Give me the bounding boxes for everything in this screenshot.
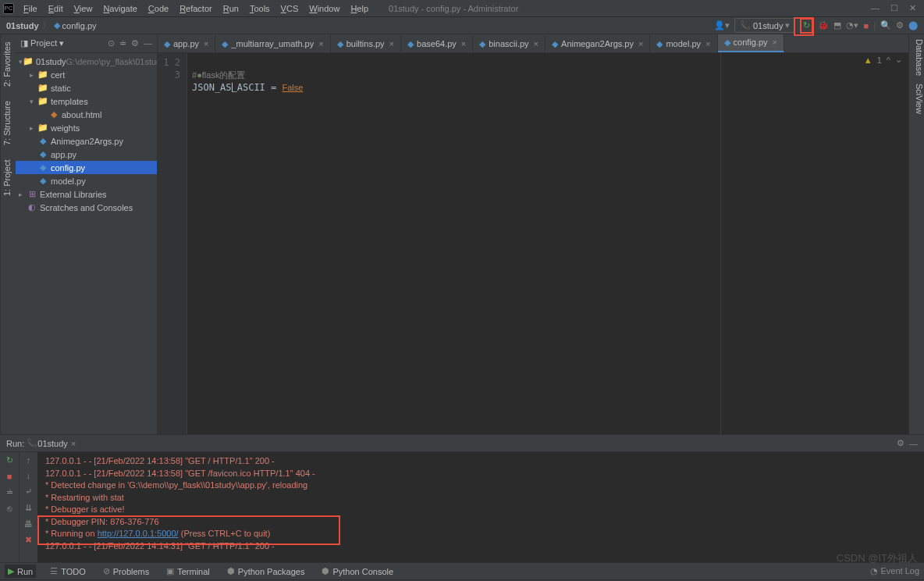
inspection-widget[interactable]: ▲ 1 ^ ⌄ [864, 55, 902, 65]
project-view-selector[interactable]: ◨ Project ▾ [20, 38, 64, 48]
run-settings-icon[interactable]: ⚙ [897, 438, 904, 448]
debug-icon[interactable]: 🐞 [818, 20, 829, 30]
menu-navigate[interactable]: Navigate [98, 2, 141, 15]
console-line: 127.0.0.1 - - [21/Feb/2022 14:14:31] "GE… [45, 540, 916, 553]
console-line: * Detected change in 'G:\\demo\\py_flask… [45, 479, 916, 492]
tree-item-01study[interactable]: ▾📁01study G:\demo\py_flask\01study [16, 55, 157, 68]
menu-refactor[interactable]: Refactor [175, 2, 217, 15]
editor: ◆app.py×◆_multiarray_umath.py×◆builtins.… [158, 34, 908, 434]
tree-item-cert[interactable]: ▸📁cert [16, 68, 157, 81]
gutter: 1 2 3 [158, 53, 187, 434]
hide-run-icon[interactable]: — [909, 439, 918, 448]
run-toolbar-2: ↑ ↓ ⤶ ⇊ 🖶 ✖ [19, 452, 37, 562]
rail-project[interactable]: 1: Project [1, 156, 16, 198]
rerun-icon[interactable]: ↻ [6, 455, 13, 465]
scroll-icon[interactable]: ⇊ [25, 503, 32, 513]
settings-icon[interactable]: ⚙ [896, 20, 904, 30]
tool-terminal[interactable]: ▣Terminal [163, 565, 213, 578]
tool-todo[interactable]: ☰TODO [47, 565, 89, 578]
tool-python-console[interactable]: ⬢Python Console [318, 565, 396, 578]
tab-builtins-py[interactable]: ◆builtins.py× [331, 35, 401, 52]
tree-item-config-py[interactable]: ◆config.py [16, 161, 157, 174]
maximize-icon[interactable]: ☐ [890, 3, 898, 13]
tree-item-static[interactable]: 📁static [16, 81, 157, 94]
chevron-down-icon[interactable]: ⌄ [895, 55, 902, 65]
tool-problems[interactable]: ⊘Problems [100, 565, 152, 578]
layout-icon[interactable]: ≐ [6, 487, 13, 497]
tree-item-weights[interactable]: ▸📁weights [16, 121, 157, 134]
rail-database[interactable]: Database [909, 39, 924, 76]
tab--multiarray-umath-py[interactable]: ◆_multiarray_umath.py× [215, 35, 330, 52]
hide-panel-icon[interactable]: — [144, 38, 152, 48]
tool-python-packages[interactable]: ⬢Python Packages [224, 565, 308, 578]
console-link[interactable]: http://127.0.0.1:5000/ [98, 529, 179, 538]
rail-structure[interactable]: 7: Structure [1, 98, 16, 148]
tree-item-model-py[interactable]: ◆model.py [16, 174, 157, 187]
tree-item-external-libraries[interactable]: ▸⊞External Libraries [16, 187, 157, 201]
tab-animegan2args-py[interactable]: ◆Animegan2Args.py× [546, 35, 650, 52]
run-config-name[interactable]: 01study [37, 439, 68, 448]
profile-icon[interactable]: ◔▾ [846, 20, 858, 30]
console-line: * Restarting with stat [45, 492, 916, 504]
console-output[interactable]: 127.0.0.1 - - [21/Feb/2022 14:13:58] "GE… [37, 452, 924, 562]
chevron-up-icon[interactable]: ^ [887, 55, 890, 65]
rerun-icon[interactable]: ↻ [803, 20, 810, 30]
menu-tools[interactable]: Tools [245, 2, 275, 15]
tree-item-animegan2args-py[interactable]: ◆Animegan2Args.py [16, 134, 157, 148]
project-tree[interactable]: ▾📁01study G:\demo\py_flask\01study▸📁cert… [16, 53, 157, 434]
wrap-icon[interactable]: ⤶ [25, 487, 32, 497]
code-editor[interactable]: #●flask的配置 JSON_AS_ASCII = False [187, 53, 721, 434]
console-line: 127.0.0.1 - - [21/Feb/2022 14:13:58] "GE… [45, 455, 916, 468]
event-log[interactable]: ◔ Event Log [870, 566, 919, 576]
run-config-selector[interactable]: 📞01study▾ [734, 18, 796, 33]
tab-binascii-py[interactable]: ◆binascii.py× [473, 35, 546, 52]
tab-base64-py[interactable]: ◆base64.py× [401, 35, 473, 52]
watermark: CSDN @IT外祖人 [837, 551, 918, 565]
tab-model-py[interactable]: ◆model.py× [650, 35, 717, 52]
coverage-icon[interactable]: ⬒ [833, 20, 841, 30]
menu-run[interactable]: Run [219, 2, 243, 15]
rail-sciview[interactable]: SciView [909, 84, 924, 114]
tool-run[interactable]: ▶Run [5, 565, 36, 578]
menu-edit[interactable]: Edit [44, 2, 68, 15]
close-icon[interactable]: ✕ [909, 3, 916, 13]
tree-item-app-py[interactable]: ◆app.py [16, 148, 157, 161]
breadcrumb-file[interactable]: config.py [62, 21, 97, 30]
up-icon[interactable]: ↑ [27, 455, 31, 465]
down-icon[interactable]: ↓ [27, 471, 31, 480]
pin-icon[interactable]: ⎋ [7, 504, 12, 513]
panel-settings-icon[interactable]: ⚙ [131, 38, 139, 48]
clear-icon[interactable]: ✖ [25, 535, 32, 545]
left-tool-rail: 1: Project7: Structure2: Favorites [0, 34, 16, 434]
project-panel-header: ◨ Project ▾ ⊙ ≑ ⚙ — [16, 34, 157, 53]
menu-vcs[interactable]: VCS [276, 2, 304, 15]
select-opened-file-icon[interactable]: ⊙ [108, 38, 115, 48]
stop-run-icon[interactable]: ■ [7, 472, 12, 481]
bottom-tool-tabs: ▶Run☰TODO⊘Problems▣Terminal⬢Python Packa… [0, 562, 924, 579]
tab-app-py[interactable]: ◆app.py× [158, 35, 215, 52]
breadcrumb-sep-icon: 〉 [42, 20, 51, 31]
minimize-icon[interactable]: — [871, 3, 880, 13]
search-icon[interactable]: 🔍 [880, 20, 891, 30]
stop-icon[interactable]: ■ [863, 21, 869, 30]
navigation-bar: 01study 〉 ◆ config.py 👤▾ 📞01study▾ ↻ 🐞 ⬒… [0, 17, 924, 34]
menu-window[interactable]: Window [304, 2, 344, 15]
tab-config-py[interactable]: ◆config.py× [718, 34, 784, 52]
print-icon[interactable]: 🖶 [24, 519, 33, 529]
menu-code[interactable]: Code [144, 2, 173, 15]
close-run-tab-icon[interactable]: × [71, 439, 76, 448]
tree-item-about-html[interactable]: ◆about.html [16, 108, 157, 121]
tree-item-templates[interactable]: ▾📁templates [16, 94, 157, 108]
console-line: * Debugger is active! [45, 504, 916, 516]
plugin-icon[interactable]: ⬤ [908, 20, 918, 30]
title-bar: PC FileEditViewNavigateCodeRefactorRunTo… [0, 0, 924, 17]
tree-item-scratches-and-consoles[interactable]: ◐Scratches and Consoles [16, 201, 157, 214]
rerun-highlight: ↻ [800, 18, 813, 34]
menu-file[interactable]: File [19, 2, 42, 15]
user-icon[interactable]: 👤▾ [714, 20, 730, 30]
collapse-all-icon[interactable]: ≑ [119, 38, 126, 48]
rail-favorites[interactable]: 2: Favorites [1, 39, 16, 90]
menu-view[interactable]: View [69, 2, 98, 15]
menu-help[interactable]: Help [346, 2, 373, 15]
breadcrumb-root[interactable]: 01study [6, 21, 39, 30]
